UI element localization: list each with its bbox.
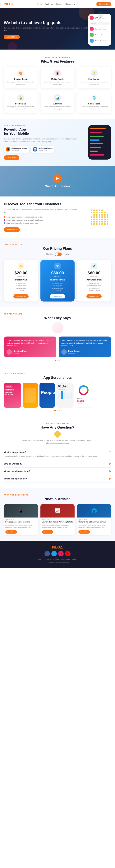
screenshots-tag: Piloz App Screens: [4, 373, 111, 375]
testimonial-card-1: This is due to their excellent service, …: [4, 337, 56, 358]
phone-bar-8: [90, 154, 104, 156]
testimonial-dot-3[interactable]: [59, 360, 60, 361]
testimonial-text-2: This is due to their excellent service, …: [61, 339, 109, 347]
item-text-1: Lorem ipsum dolor is recommended in a ce…: [6, 216, 43, 218]
video-play-button[interactable]: [53, 174, 62, 183]
plan-period-1: Base Plan: [6, 276, 36, 277]
screenshot-1: Fashion Women'srunningclothing: [4, 383, 21, 408]
plan-choose-button-1[interactable]: Choose Plan: [13, 294, 29, 299]
plan-choose-button-3[interactable]: Choose Plan: [86, 294, 102, 299]
feature-icon-2: 📱: [54, 70, 61, 76]
plan-choose-button-2[interactable]: Choose Plan: [50, 294, 65, 299]
news-body-1: April 15, 2024 Leverage agile frame work…: [4, 518, 38, 535]
news-read-more-1[interactable]: Read More: [5, 530, 17, 534]
testimonial-dot-2[interactable]: [57, 360, 58, 361]
features-section: Piloz Great Features Piloz Great Feature…: [0, 50, 115, 119]
footer-link-pricing[interactable]: Pricing: [54, 558, 59, 560]
screenshot-dot-1[interactable]: [54, 410, 56, 411]
grid-dot: [107, 214, 108, 216]
faq-q-text-4: Where can I get some?: [4, 477, 27, 480]
feature-desc-2: Lorem ipsum dolor sit amet consectetur a…: [42, 81, 73, 85]
screenshot-dot-4[interactable]: [61, 410, 61, 411]
faq-question-1[interactable]: What is Lorem Ipsum? ▼: [4, 451, 111, 454]
testimonial-author-info-2: David Cooper Developer: [68, 350, 81, 354]
plan-features-3: 50 GB Storage Unlimited Requests 30 Repo…: [79, 282, 109, 292]
feature-icon-6: 🌐: [91, 94, 98, 101]
testimonial-role-1: Designer: [13, 352, 27, 354]
footer-link-home[interactable]: Home: [37, 558, 41, 560]
news-read-more-3[interactable]: Read More: [78, 530, 90, 534]
pricing-title: Our Pricing Plans: [4, 247, 111, 251]
plan-features-1: 5 GB Storage 100 Requests 3 Repositories…: [6, 282, 36, 292]
contact-button[interactable]: Contact Us: [96, 2, 111, 6]
ss1-tag: Fashion: [5, 385, 12, 388]
grid-dot: [104, 214, 106, 216]
pricing-card-business: 💎 $30.00 Base Plan Business Plan 15 GB S…: [40, 260, 75, 302]
item-dot-3: [4, 222, 5, 224]
grid-dot: [102, 216, 103, 218]
news-article-title-1: Leverage agile frame works to: [5, 521, 37, 523]
plan-features-2: 15 GB Storage 500 Requests 10 Repositori…: [43, 282, 73, 292]
grid-dot: [104, 216, 106, 218]
plan-icon-2: 💎: [54, 263, 61, 269]
twitter-icon[interactable]: t: [51, 551, 57, 556]
footer-links: Home Features Pricing Customers Contact: [4, 558, 111, 560]
footer-link-contact[interactable]: Contact: [73, 558, 78, 560]
news-article-title-3: Bring to the table win win survival: [78, 521, 110, 523]
phone-search[interactable]: Search...: [90, 22, 110, 25]
news-date-1: April 15, 2024: [5, 519, 37, 520]
footer-link-customers[interactable]: Customers: [61, 558, 70, 560]
grid-dot: [93, 223, 95, 225]
plan-price-2: $30.00: [43, 271, 73, 276]
grid-dot: [91, 223, 92, 225]
faq-q-text-1: What is Lorem Ipsum?: [4, 451, 26, 453]
grid-dot: [93, 219, 95, 220]
mobile-phone-screen: [88, 125, 111, 160]
faq-question-4[interactable]: Where can I get some? ▶: [4, 477, 111, 480]
faq-items-list: What is Lorem Ipsum? ▼ Lorem ipsum dolor…: [4, 448, 111, 483]
user-avatar-3: [90, 39, 94, 43]
plan-feature: 500 Requests: [43, 284, 73, 287]
footer: PILOZ. f t in ▶ Home Features Pricing Cu…: [0, 541, 115, 568]
news-read-more-2[interactable]: Read More: [42, 530, 54, 534]
testimonial-dot-1[interactable]: [55, 360, 56, 361]
billing-toggle[interactable]: [55, 252, 62, 256]
nav-pricing[interactable]: Pricing: [56, 3, 62, 5]
chart-bar-5: [70, 393, 72, 399]
footer-logo-text: PILOZ: [52, 546, 62, 549]
footer-link-features[interactable]: Features: [44, 558, 51, 560]
discover-cta-button[interactable]: Know More: [4, 227, 20, 232]
nav-home[interactable]: Home: [37, 3, 42, 5]
youtube-icon[interactable]: ▶: [65, 551, 70, 556]
mobile-content: For Your Business Powerful Appfor Your M…: [4, 125, 84, 160]
screenshot-dot-3[interactable]: [59, 410, 60, 411]
feature-icon-4: 🔒: [17, 94, 24, 101]
mobile-read-more-button[interactable]: Read More: [4, 155, 19, 160]
nav-features[interactable]: Features: [45, 3, 53, 5]
yearly-label: Yearly: [64, 253, 69, 255]
plan-feature: 10 Repositories: [43, 287, 73, 289]
grid-dot: [99, 214, 100, 216]
ss5-amount: $1,280: [77, 400, 91, 402]
hero-section: We help to achieve big goals Dum aute ir…: [0, 8, 115, 50]
screenshot-dot-2[interactable]: [57, 410, 58, 411]
thumb-overlay-1: 📱: [4, 504, 38, 518]
faq-question-2[interactable]: Why do we use it? ▶: [4, 462, 111, 465]
user-name-1: Gwyneth Jensen: [95, 28, 107, 30]
testimonial-name-1: Christina Rose: [13, 350, 27, 352]
feature-card-2: 📱 Mobile Ready Lorem ipsum dolor sit ame…: [40, 67, 75, 88]
hero-cta-button[interactable]: Learn More: [4, 35, 20, 39]
brand-logo[interactable]: PILOZ.: [4, 2, 15, 6]
grid-dot: [96, 210, 97, 211]
facebook-icon[interactable]: f: [45, 551, 50, 556]
testimonial-cards: This is due to their excellent service, …: [4, 337, 111, 358]
nav-customers[interactable]: Customers: [65, 3, 75, 5]
phone-bar-6: [90, 147, 100, 148]
faq-answer-1: Lorem ipsum dolor sit amet, consectetur …: [4, 455, 111, 458]
grid-dot: [99, 210, 100, 211]
grid-dot: [102, 219, 103, 220]
instagram-icon[interactable]: in: [58, 551, 64, 556]
screenshot-3: People: [39, 383, 55, 408]
faq-question-3[interactable]: Where does it come from? ▶: [4, 470, 111, 472]
grid-dot: [107, 212, 108, 213]
